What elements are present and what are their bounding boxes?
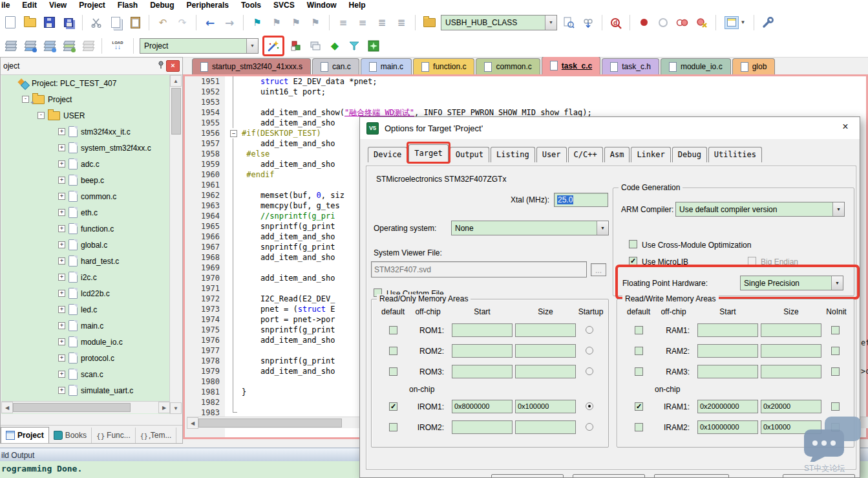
ok-button[interactable]: OK xyxy=(491,474,564,478)
panel-tab[interactable]: Books xyxy=(49,428,92,443)
operating-system-dropdown[interactable]: None ▼ xyxy=(451,221,609,235)
uncomment-icon[interactable]: ≣ xyxy=(394,15,409,30)
size-input[interactable] xyxy=(515,365,576,378)
breakpoint-icon[interactable] xyxy=(636,15,651,30)
tree-item[interactable]: + simulate_uart.c xyxy=(1,382,170,398)
tree-expander[interactable]: + xyxy=(58,177,65,184)
pack-installer-icon[interactable]: ◆ xyxy=(327,38,343,54)
system-viewer-file-input[interactable]: STM32F407.svd xyxy=(371,261,587,277)
tree-item[interactable]: + adc.c xyxy=(1,156,170,172)
fold-margin[interactable] xyxy=(225,397,242,407)
chevron-down-icon[interactable]: ▼ xyxy=(545,16,556,30)
fold-margin[interactable] xyxy=(225,325,242,335)
editor-tab[interactable]: main.c xyxy=(361,58,412,74)
navigate-forward-icon[interactable]: → xyxy=(222,15,237,30)
chevron-down-icon[interactable]: ▼ xyxy=(831,276,843,290)
fold-margin[interactable] xyxy=(225,149,242,159)
editor-tab[interactable]: common.c xyxy=(476,58,540,74)
editor-tab[interactable]: can.c xyxy=(312,58,359,74)
editor-tab[interactable]: startup_stm32f40_41xxx.s xyxy=(192,58,311,74)
default-checkbox[interactable] xyxy=(389,367,397,376)
copy-icon[interactable] xyxy=(108,15,123,30)
tree-item[interactable]: + system_stm32f4xx.c xyxy=(1,140,170,156)
floating-point-hardware-dropdown[interactable]: Single Precision ▼ xyxy=(740,276,843,290)
size-input[interactable] xyxy=(515,323,576,337)
build-target-dropdown[interactable]: Project ▼ xyxy=(140,38,259,54)
menu-item[interactable]: View xyxy=(49,1,67,10)
default-checkbox[interactable] xyxy=(635,347,643,355)
pin-icon[interactable] xyxy=(156,61,166,71)
fold-margin[interactable] xyxy=(225,304,242,314)
configure-tools-icon[interactable] xyxy=(760,15,776,30)
editor-tab[interactable]: module_io.c xyxy=(661,58,731,74)
select-packs-icon[interactable] xyxy=(346,38,362,54)
scroll-up-icon[interactable]: ▲ xyxy=(170,75,182,87)
dialog-tab[interactable]: Device xyxy=(368,147,407,162)
tree-item[interactable]: - Project xyxy=(1,91,170,107)
close-icon[interactable]: × xyxy=(166,60,180,72)
save-all-icon[interactable] xyxy=(61,15,76,30)
unindent-icon[interactable]: ≡ xyxy=(335,15,351,30)
fold-margin[interactable] xyxy=(225,211,242,221)
tree-item[interactable]: + beep.c xyxy=(1,172,170,188)
batch-build-icon[interactable] xyxy=(61,38,76,54)
goto-definition-icon[interactable] xyxy=(561,15,577,30)
breakpoint-disable-icon[interactable] xyxy=(655,15,671,30)
scroll-left-icon[interactable]: ◀ xyxy=(1,402,13,413)
defaults-button[interactable]: Defaults xyxy=(654,474,729,478)
fold-margin[interactable] xyxy=(225,387,242,397)
size-input[interactable]: 0x20000 xyxy=(761,400,821,413)
undo-icon[interactable]: ↶ xyxy=(155,15,171,30)
tree-item[interactable]: + eth.c xyxy=(1,204,170,221)
tree-expander[interactable]: + xyxy=(58,306,65,313)
paste-icon[interactable] xyxy=(127,15,143,30)
tree-expander[interactable]: + xyxy=(58,241,65,248)
size-input[interactable] xyxy=(761,323,821,337)
editor-tab[interactable]: task_c.c xyxy=(542,57,600,74)
tree-item[interactable]: + stm32f4xx_it.c xyxy=(1,124,170,140)
panel-tab[interactable]: Func... xyxy=(92,428,136,443)
menu-item[interactable]: Debug xyxy=(150,1,174,10)
bookmark-prev-icon[interactable]: ⚑ xyxy=(269,15,284,30)
download-icon[interactable]: LOAD↓↓ xyxy=(108,38,127,54)
default-checkbox[interactable] xyxy=(635,367,643,376)
cancel-button[interactable]: Cancel xyxy=(573,474,645,478)
tree-item[interactable]: + global.c xyxy=(1,237,170,253)
bookmark-next-icon[interactable]: ⚑ xyxy=(288,15,304,30)
tree-horizontal-scrollbar[interactable]: ◀ ▶ xyxy=(1,401,170,413)
start-input[interactable] xyxy=(697,323,758,337)
tree-expander[interactable]: + xyxy=(58,274,65,281)
tree-expander[interactable]: + xyxy=(58,322,65,329)
size-input[interactable] xyxy=(515,344,576,358)
tree-item[interactable]: Project: PLC_TEST_407 xyxy=(1,75,170,91)
tree-expander[interactable]: + xyxy=(58,209,65,216)
tree-item[interactable]: + common.c xyxy=(1,188,170,204)
xtal-input[interactable]: 25.0 xyxy=(554,193,608,207)
start-input[interactable] xyxy=(697,344,758,358)
dialog-tab[interactable]: C/C++ xyxy=(568,147,603,162)
fold-margin[interactable] xyxy=(225,201,242,211)
manage-books-icon[interactable] xyxy=(308,38,323,54)
editor-tab[interactable]: function.c xyxy=(413,58,474,74)
tree-expander[interactable]: + xyxy=(58,338,65,345)
rebuild-icon[interactable] xyxy=(41,38,57,54)
start-input[interactable] xyxy=(452,323,513,337)
fold-margin[interactable] xyxy=(225,242,242,252)
menu-item[interactable]: Flash xyxy=(118,1,138,10)
tree-item[interactable]: + main.c xyxy=(1,318,170,334)
tree-item[interactable]: - USER xyxy=(1,107,170,124)
start-input[interactable]: 0x8000000 xyxy=(452,400,513,413)
fold-margin[interactable] xyxy=(225,335,242,345)
dialog-tab[interactable]: Debug xyxy=(672,147,707,162)
dialog-titlebar[interactable]: V5 Options for Target 'Project' xyxy=(360,117,860,139)
panel-tab[interactable]: Tem... xyxy=(136,428,177,443)
start-input[interactable] xyxy=(452,344,513,358)
manage-project-items-icon[interactable] xyxy=(288,38,304,54)
manage-runtime-environment-icon[interactable] xyxy=(366,38,381,54)
fold-margin[interactable] xyxy=(225,314,242,325)
menu-item[interactable]: Peripherals xyxy=(187,1,229,10)
dialog-close-icon[interactable]: × xyxy=(838,121,853,135)
menu-item[interactable]: Window xyxy=(307,1,337,10)
editor-tab[interactable]: glob xyxy=(732,58,776,74)
dialog-tab[interactable]: User xyxy=(536,147,567,162)
